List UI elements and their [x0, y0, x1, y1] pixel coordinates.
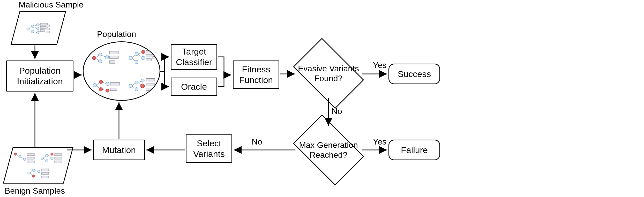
tree-icon	[91, 47, 124, 67]
svg-point-63	[142, 50, 145, 54]
population-ellipse	[83, 41, 160, 101]
malicious-sample-box	[11, 11, 66, 45]
svg-point-88	[141, 79, 144, 82]
svg-line-80	[96, 85, 100, 89]
svg-line-82	[102, 89, 106, 90]
population-initialization-box: Population Initialization	[6, 60, 73, 92]
svg-line-68	[138, 54, 142, 57]
population-label: Population	[97, 29, 136, 39]
svg-line-19	[39, 31, 40, 33]
svg-rect-71	[146, 59, 151, 61]
edge-yes-evasive: Yes	[373, 60, 386, 70]
svg-line-55	[95, 58, 99, 60]
svg-line-10	[34, 32, 37, 33]
svg-point-31	[51, 153, 53, 155]
failure-box: Failure	[388, 140, 440, 160]
svg-line-6	[29, 27, 32, 29]
evasive-diamond: Evasive Variants Found?	[287, 45, 370, 102]
tree-icon	[25, 21, 51, 35]
tree-icon	[25, 166, 51, 180]
svg-line-45	[30, 173, 33, 176]
svg-line-54	[95, 55, 99, 58]
svg-line-56	[102, 55, 106, 57]
svg-point-2	[31, 30, 34, 33]
svg-point-75	[99, 80, 103, 84]
svg-point-61	[135, 52, 138, 56]
svg-line-91	[132, 86, 135, 88]
svg-point-3	[36, 24, 39, 26]
oracle-box: Oracle	[171, 78, 217, 96]
svg-point-5	[36, 31, 39, 34]
svg-rect-47	[41, 169, 49, 171]
svg-point-74	[93, 84, 96, 87]
mutation-box: Mutation	[93, 140, 145, 160]
svg-rect-84	[110, 88, 117, 90]
success-box: Success	[388, 64, 440, 84]
svg-line-66	[132, 58, 135, 61]
svg-rect-73	[153, 57, 157, 59]
svg-rect-37	[55, 154, 62, 156]
svg-rect-48	[41, 172, 49, 175]
svg-point-28	[41, 157, 43, 160]
svg-rect-59	[110, 61, 115, 63]
svg-rect-69	[146, 51, 155, 53]
svg-rect-16	[46, 31, 50, 33]
maxgen-diamond: Max Generation Reached?	[287, 122, 370, 178]
benign-samples-box	[3, 147, 73, 184]
svg-rect-95	[146, 83, 155, 86]
svg-line-9	[34, 26, 37, 28]
svg-rect-57	[110, 51, 118, 54]
svg-point-60	[129, 56, 132, 60]
svg-point-87	[135, 88, 138, 91]
svg-rect-38	[55, 157, 62, 159]
svg-point-1	[31, 25, 34, 28]
svg-line-44	[30, 171, 33, 173]
svg-point-4	[36, 27, 39, 30]
svg-line-93	[138, 82, 141, 85]
svg-point-30	[46, 160, 48, 162]
malicious-sample-label: Malicious Sample	[19, 0, 84, 10]
svg-line-81	[102, 82, 106, 84]
svg-rect-14	[46, 25, 50, 27]
svg-line-90	[132, 83, 135, 86]
svg-point-40	[28, 172, 30, 174]
svg-point-52	[99, 60, 102, 63]
tree-icon	[91, 75, 124, 95]
svg-rect-26	[27, 157, 34, 159]
svg-rect-13	[40, 29, 45, 32]
svg-line-79	[96, 82, 100, 85]
svg-line-34	[43, 158, 46, 160]
benign-samples-label: Benign Samples	[5, 186, 65, 196]
svg-rect-25	[27, 154, 34, 156]
svg-line-23	[16, 155, 19, 156]
svg-point-89	[141, 84, 145, 88]
svg-point-41	[32, 169, 35, 172]
svg-rect-15	[46, 28, 50, 30]
svg-rect-72	[153, 52, 157, 55]
svg-line-7	[29, 29, 32, 31]
svg-point-85	[129, 84, 132, 88]
svg-line-46	[35, 170, 38, 171]
svg-rect-27	[27, 161, 34, 163]
svg-point-78	[106, 89, 109, 92]
svg-line-33	[43, 156, 46, 158]
tree-icon	[12, 151, 38, 165]
svg-line-35	[48, 155, 51, 156]
svg-point-20	[14, 153, 17, 155]
svg-line-24	[21, 157, 24, 159]
edge-no-maxgen: No	[252, 137, 262, 147]
tree-icon	[39, 151, 64, 165]
svg-line-67	[138, 52, 142, 54]
svg-line-36	[48, 156, 51, 158]
target-classifier-box: Target Classifier	[171, 44, 217, 70]
svg-point-51	[99, 53, 102, 56]
svg-point-0	[27, 28, 29, 30]
svg-point-21	[19, 155, 21, 158]
svg-line-65	[132, 55, 135, 58]
svg-point-50	[93, 56, 96, 60]
svg-point-64	[142, 56, 145, 60]
fitness-function-box: Fitness Function	[233, 60, 279, 89]
svg-point-29	[46, 154, 48, 157]
svg-point-77	[106, 82, 109, 86]
svg-point-43	[38, 170, 40, 173]
